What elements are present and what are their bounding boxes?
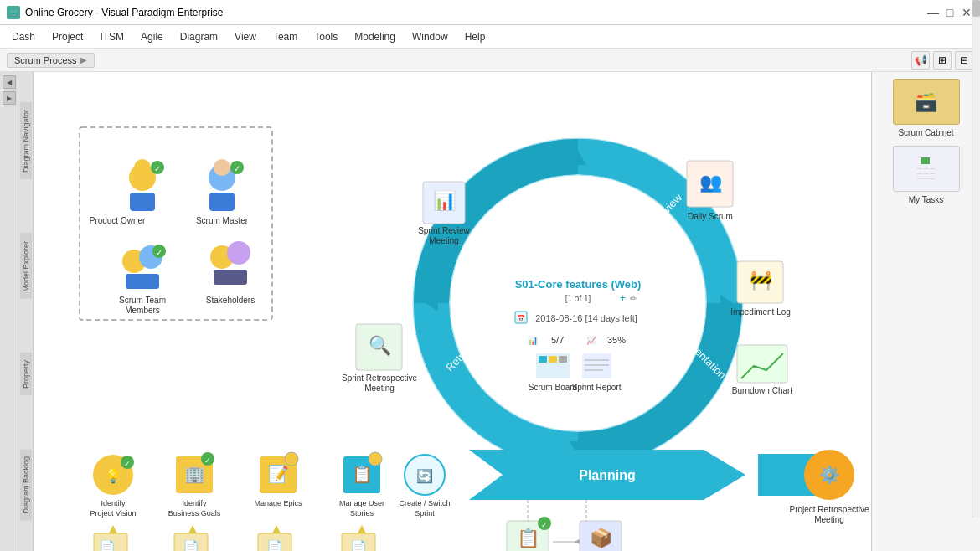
- project-vision-artifact[interactable]: 📄 Project Vision: [94, 533, 127, 551]
- svg-text:⚙️: ⚙️: [819, 465, 840, 485]
- svg-rect-28: [559, 356, 567, 363]
- svg-text:Scrum Board: Scrum Board: [529, 383, 577, 392]
- svg-text:💡: 💡: [105, 468, 121, 484]
- svg-text:Burndown Chart: Burndown Chart: [732, 386, 792, 395]
- menu-view[interactable]: View: [226, 28, 265, 46]
- svg-text:Identify: Identify: [182, 499, 207, 507]
- svg-text:📅: 📅: [517, 314, 525, 322]
- svg-text:🔄: 🔄: [416, 468, 433, 484]
- svg-text:✓: ✓: [204, 456, 211, 465]
- impediment-log[interactable]: 🚧 Impediment Log: [730, 261, 791, 317]
- menu-tools[interactable]: Tools: [306, 28, 346, 46]
- identify-project-vision[interactable]: 💡 ✓ Identify Project Vision: [90, 455, 137, 518]
- svg-text:📊: 📊: [528, 335, 539, 346]
- left-icon-2[interactable]: ▶: [3, 91, 16, 105]
- breadcrumb[interactable]: Scrum Process ▶: [7, 53, 95, 68]
- my-tasks-icon: — — — — — — — — —: [893, 146, 960, 192]
- svg-text:📋: 📋: [352, 464, 373, 484]
- menu-agile[interactable]: Agile: [132, 28, 172, 46]
- svg-text:📋: 📋: [517, 527, 540, 549]
- panel-icon[interactable]: ⊟: [955, 51, 973, 70]
- svg-text:Meeting: Meeting: [429, 236, 459, 245]
- scrum-cabinet-item[interactable]: 🗃️ Scrum Cabinet: [893, 79, 960, 137]
- sprint-add-icon[interactable]: +: [620, 292, 626, 304]
- sprint-planning-meeting[interactable]: 📋 ✓ Sprint Planning Meeting: [502, 517, 553, 551]
- sprint-progress-pct: 35%: [607, 335, 626, 345]
- prioritized-user-stories[interactable]: 📄 Prioritized User Stories: [338, 533, 379, 551]
- svg-text:Manage User: Manage User: [339, 499, 384, 507]
- svg-rect-6: [209, 193, 235, 211]
- left-icon-1[interactable]: ◀: [3, 75, 16, 89]
- arrow-down-2: [188, 525, 197, 533]
- svg-text:📄: 📄: [99, 539, 116, 551]
- sprint-backlog-artifact[interactable]: 📦 Sprint Backlog: [580, 521, 622, 551]
- svg-point-7: [214, 159, 230, 176]
- menu-help[interactable]: Help: [456, 28, 494, 46]
- svg-text:Impediment Log: Impediment Log: [730, 307, 791, 317]
- scrollbar-track[interactable]: [972, 72, 980, 518]
- scrum-master-group[interactable]: ✓ Scrum Master: [196, 159, 249, 225]
- tab-model-explorer[interactable]: Model Explorer: [20, 234, 32, 299]
- menu-project[interactable]: Project: [44, 28, 91, 46]
- sprint-retrospective-meeting[interactable]: 🔍 Sprint Retrospective Meeting: [342, 324, 417, 393]
- svg-text:📦: 📦: [590, 527, 613, 549]
- titlebar: 🛒 Online Grocery - Visual Paradigm Enter…: [0, 0, 980, 25]
- window-controls[interactable]: — □ ✕: [926, 6, 973, 19]
- menu-itsm[interactable]: ITSM: [91, 28, 132, 46]
- minimize-button[interactable]: —: [926, 6, 940, 19]
- svg-text:👥: 👥: [699, 171, 723, 193]
- arrow-down-1: [109, 525, 117, 533]
- left-sidebar: ◀ ▶: [0, 72, 18, 551]
- sprint-date: 2018-08-16 [14 days left]: [535, 313, 637, 323]
- menu-diagram[interactable]: Diagram: [172, 28, 226, 46]
- menu-modeling[interactable]: Modeling: [346, 28, 404, 46]
- svg-text:Stories: Stories: [350, 509, 374, 518]
- prioritized-epics[interactable]: 📄 Prioritized Epics: [258, 533, 291, 551]
- svg-text:Scrum Team: Scrum Team: [119, 296, 166, 305]
- manage-user-stories[interactable]: 📋 ↓ Manage User Stories: [339, 452, 384, 518]
- svg-text:Daily Scrum: Daily Scrum: [688, 212, 733, 221]
- scrum-team-members-group[interactable]: ✓ Scrum Team Members: [119, 245, 166, 315]
- sprint-edit-icon[interactable]: ✏: [630, 294, 637, 303]
- my-tasks-label: My Tasks: [909, 195, 944, 204]
- menu-dash[interactable]: Dash: [3, 28, 44, 46]
- svg-text:📝: 📝: [268, 464, 289, 484]
- manage-epics[interactable]: 📝 ↓ Manage Epics: [254, 452, 302, 507]
- svg-text:Sprint Report: Sprint Report: [572, 383, 622, 392]
- prioritized-use-cases[interactable]: 📄 Prioritized Use Cases: [173, 533, 210, 551]
- svg-text:↓: ↓: [372, 456, 376, 465]
- svg-text:Project Vision: Project Vision: [90, 509, 137, 518]
- svg-rect-20: [214, 270, 247, 285]
- svg-text:Business Goals: Business Goals: [168, 509, 221, 518]
- breadcrumb-toolbar: 📢 ⊞ ⊟: [911, 51, 973, 70]
- menu-team[interactable]: Team: [265, 28, 306, 46]
- identify-business-goals[interactable]: 🏢 ✓ Identify Business Goals: [168, 452, 221, 518]
- menu-window[interactable]: Window: [404, 28, 456, 46]
- tab-diagram-navigator[interactable]: Diagram Navigator: [20, 102, 32, 179]
- my-tasks-item[interactable]: — — — — — — — — — My Tasks: [893, 146, 960, 204]
- arrow-down-3: [272, 525, 281, 533]
- side-icons-strip: ◀ ▶: [0, 72, 18, 551]
- grid-icon[interactable]: ⊞: [933, 51, 952, 70]
- product-owner-label: Product Owner: [90, 216, 146, 225]
- right-panel: 🗃️ Scrum Cabinet — — — — — — — — — My Ta…: [871, 72, 980, 551]
- burndown-chart[interactable]: Burndown Chart: [732, 345, 792, 395]
- svg-text:Sprint: Sprint: [415, 509, 435, 518]
- scrum-cabinet-icon: 🗃️: [893, 79, 960, 125]
- svg-rect-13: [126, 274, 159, 289]
- create-switch-sprint[interactable]: 🔄 Create / Switch Sprint: [399, 455, 450, 518]
- tab-property[interactable]: Property: [20, 353, 32, 395]
- stakeholders-group[interactable]: Stakeholders: [206, 241, 255, 305]
- daily-scrum[interactable]: 👥 Daily Scrum: [687, 161, 733, 221]
- broadcast-icon[interactable]: 📢: [911, 51, 930, 70]
- maximize-button[interactable]: □: [943, 6, 957, 19]
- svg-text:📄: 📄: [183, 539, 199, 551]
- svg-text:Manage Epics: Manage Epics: [254, 499, 302, 507]
- svg-text:Create / Switch: Create / Switch: [399, 499, 450, 507]
- breadcrumb-bar: Scrum Process ▶ 📢 ⊞ ⊟: [0, 49, 980, 72]
- app-title: Online Grocery - Visual Paradigm Enterpr…: [25, 7, 224, 18]
- app-icon: 🛒: [7, 6, 20, 19]
- tab-diagram-backlog[interactable]: Diagram Backlog: [20, 450, 32, 521]
- planning-label: Planning: [579, 468, 636, 482]
- product-owner-group[interactable]: ✓ Product Owner: [90, 159, 164, 225]
